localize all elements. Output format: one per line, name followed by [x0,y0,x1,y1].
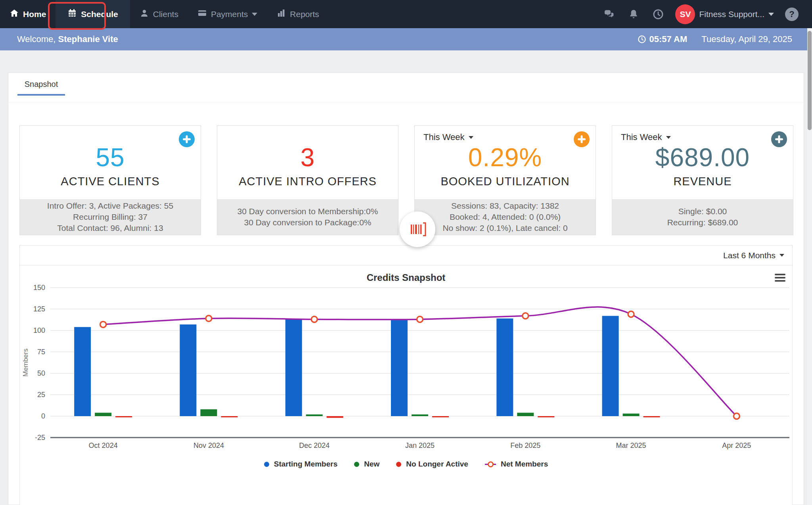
footer-line: 30 Day conversion to Package:0% [244,217,371,228]
barcode-icon [409,222,426,236]
svg-text:125: 125 [33,305,45,313]
card-revenue: This Week $689.00 REVENUE Single: $0.00 … [612,125,793,235]
card-value: 0.29% [468,145,542,170]
legend-item[interactable]: No Longer Active [396,460,468,469]
legend-item[interactable]: New [354,460,379,469]
legend-dot-icon [264,462,269,467]
nav-item-clients[interactable]: Clients [130,0,188,28]
svg-text:Apr 2025: Apr 2025 [722,442,751,449]
help-icon[interactable]: ? [785,8,799,21]
card-footer: Sessions: 83, Capacity: 1382 Booked: 4, … [415,199,596,235]
footer-line: Total Contact: 96, Alumni: 13 [57,223,163,234]
scrollbar-thumb[interactable] [808,31,812,130]
bell-icon[interactable] [627,8,640,21]
clock-icon [638,35,646,44]
chevron-down-icon [779,254,784,257]
welcome-text: Welcome, Stephanie Vite [17,34,118,44]
welcome-user-name: Stephanie Vite [58,34,118,44]
card-value: $689.00 [655,145,750,170]
svg-text:Feb 2025: Feb 2025 [510,442,540,449]
chevron-down-icon [768,13,774,16]
card-main: 0.29% BOOKED UTILIZATION [415,126,596,199]
home-icon [10,8,19,20]
legend-label: New [364,460,379,469]
card-main: 3 ACTIVE INTRO OFFERS [217,126,398,199]
scrollbar-track[interactable] [807,28,812,505]
svg-text:100: 100 [33,326,45,334]
barcode-scan-button[interactable] [400,211,435,247]
nav-item-home[interactable]: Home [0,0,56,28]
legend-dot-icon [396,462,401,467]
chart-legend: Starting MembersNewNo Longer ActiveNet M… [20,460,792,469]
footer-line: Recurring: $689.00 [667,217,738,228]
bar-chart-icon [276,8,286,20]
chart-body: Credits Snapshot 1501251007550250-25Memb… [20,265,792,505]
card-label: ACTIVE INTRO OFFERS [239,175,377,188]
legend-item[interactable]: Starting Members [264,460,337,469]
welcome-bar: Welcome, Stephanie Vite 05:57 AM Tuesday… [0,28,807,50]
svg-text:Oct 2024: Oct 2024 [89,442,118,449]
card-booked-utilization: This Week 0.29% BOOKED UTILIZATION Sessi… [414,125,596,235]
card-footer: Intro Offer: 3, Active Packages: 55 Recu… [20,199,201,235]
nav-left: Home Schedule Clients Payments Report [0,0,329,28]
legend-label: Net Members [501,460,548,469]
card-main: 55 ACTIVE CLIENTS [20,126,201,199]
credits-snapshot-chart: 1501251007550250-25MembersOct 2024Nov 20… [20,265,792,505]
clock-icon[interactable] [651,8,665,21]
nav-item-reports[interactable]: Reports [267,0,329,28]
nav-item-payments[interactable]: Payments [188,0,267,28]
card-footer: 30 Day conversion to Membership:0% 30 Da… [217,199,398,235]
svg-text:Dec 2024: Dec 2024 [299,442,329,449]
card-label: REVENUE [673,175,732,188]
footer-line: Booked: 4, Attended: 0 (0.0%) [450,211,561,223]
chat-icon[interactable] [602,8,616,21]
card-main: $689.00 REVENUE [612,126,793,199]
legend-line-marker-icon [485,461,496,467]
calendar-icon [67,8,77,20]
chevron-down-icon [252,13,257,16]
svg-text:25: 25 [37,391,45,399]
svg-text:75: 75 [37,348,45,356]
welcome-prefix: Welcome, [17,34,56,44]
footer-line: Sessions: 83, Capacity: 1382 [451,200,559,211]
main-panel: Snapshot 55 ACTIVE CLIENTS Intro Offer: … [8,73,804,505]
nav-right: SV Fitness Support... ? [591,4,812,24]
svg-text:150: 150 [33,284,45,292]
footer-line: 30 Day conversion to Membership:0% [237,206,378,217]
credit-card-icon [197,8,207,20]
svg-text:Nov 2024: Nov 2024 [193,442,224,449]
range-dropdown[interactable]: Last 6 Months [723,251,776,260]
legend-label: No Longer Active [406,460,468,469]
svg-text:Jan 2025: Jan 2025 [405,442,435,449]
tab-snapshot[interactable]: Snapshot [17,80,65,96]
card-label: ACTIVE CLIENTS [61,175,159,188]
welcome-right: 05:57 AM Tuesday, April 29, 2025 [638,34,792,44]
tab-bar: Snapshot [8,73,804,102]
nav-item-label: Reports [290,10,319,19]
footer-line: Intro Offer: 3, Active Packages: 55 [47,200,173,211]
legend-label: Starting Members [274,460,337,469]
account-menu[interactable]: Fitness Support... [699,10,774,19]
nav-item-label: Schedule [81,10,118,19]
chart-range-bar: Last 6 Months [20,246,792,265]
footer-line: No show: 2 (0.1%), Late cancel: 0 [442,223,567,234]
svg-text:Members: Members [22,349,29,377]
legend-item[interactable]: Net Members [485,460,548,469]
current-time: 05:57 AM [638,34,688,44]
card-value: 3 [301,145,315,170]
nav-item-schedule[interactable]: Schedule [56,0,130,28]
person-icon [140,8,149,20]
avatar[interactable]: SV [675,4,695,24]
account-name: Fitness Support... [699,10,764,19]
card-value: 55 [96,145,124,170]
nav-item-label: Home [23,10,46,19]
svg-text:Mar 2025: Mar 2025 [616,442,646,449]
legend-dot-icon [354,462,359,467]
footer-line: Single: $0.00 [678,206,727,217]
top-nav: Home Schedule Clients Payments Report [0,0,812,28]
nav-item-label: Payments [211,10,248,19]
card-active-clients: 55 ACTIVE CLIENTS Intro Offer: 3, Active… [19,125,201,235]
nav-item-label: Clients [153,10,178,19]
credits-snapshot-panel: Last 6 Months Credits Snapshot 150125100… [19,245,793,505]
card-footer: Single: $0.00 Recurring: $689.00 [612,199,793,235]
